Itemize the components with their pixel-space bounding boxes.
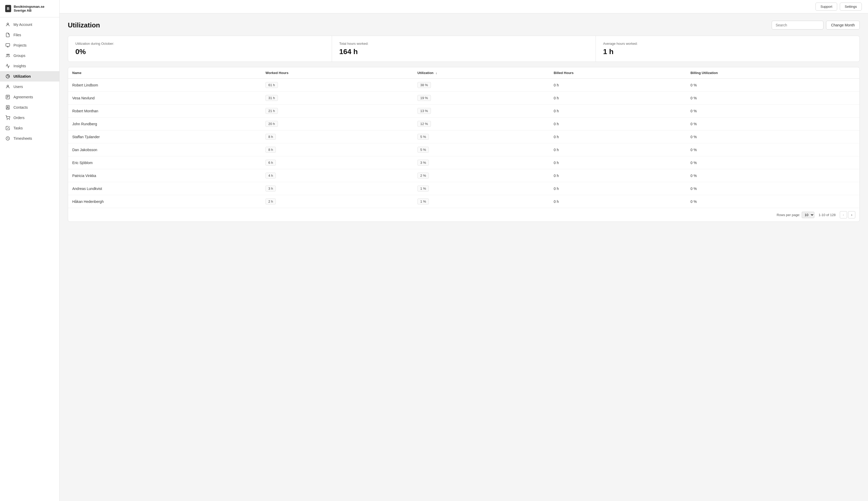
table-header-row: NameWorked HoursUtilization ↓Billed Hour… bbox=[68, 67, 859, 79]
sidebar-item-timesheets[interactable]: Timesheets bbox=[0, 133, 59, 143]
cell-billed-hours: 0 h bbox=[550, 130, 686, 143]
sort-icon: ↓ bbox=[436, 71, 437, 75]
svg-point-5 bbox=[7, 85, 9, 87]
change-month-button[interactable]: Change Month bbox=[826, 21, 860, 30]
cell-billed-hours: 0 h bbox=[550, 143, 686, 156]
sidebar-item-projects[interactable]: Projects bbox=[0, 40, 59, 51]
agreements-icon bbox=[5, 95, 10, 100]
cell-utilization: 1 % bbox=[413, 182, 550, 195]
utilization-badge: 1 % bbox=[417, 185, 429, 192]
page-navigation: ‹ › bbox=[840, 211, 855, 218]
sidebar-item-label: Orders bbox=[13, 116, 24, 120]
utilization-badge: 13 % bbox=[417, 108, 431, 114]
files-icon bbox=[5, 32, 10, 38]
stat-value: 0% bbox=[75, 47, 324, 56]
stat-label: Average hours worked: bbox=[603, 42, 852, 45]
table-row: Patricia Vinkka 4 h 2 % 0 h 0 % bbox=[68, 169, 859, 182]
table-row: Håkan Hedenbergh 2 h 1 % 0 h 0 % bbox=[68, 195, 859, 208]
cell-name: Robert Lindbom bbox=[68, 79, 261, 92]
svg-rect-1 bbox=[6, 43, 10, 46]
cell-billing-utilization: 0 % bbox=[686, 130, 859, 143]
sidebar-item-users[interactable]: Users bbox=[0, 82, 59, 92]
support-button[interactable]: Support bbox=[815, 3, 837, 11]
sidebar-item-utilization[interactable]: Utilization bbox=[0, 71, 59, 82]
worked-hours-badge: 4 h bbox=[265, 173, 276, 179]
cell-utilization: 38 % bbox=[413, 79, 550, 92]
table-row: Andreas Lundkvist 3 h 1 % 0 h 0 % bbox=[68, 182, 859, 195]
cell-name: John Rundberg bbox=[68, 117, 261, 130]
table-row: Vesa Nevlund 31 h 19 % 0 h 0 % bbox=[68, 92, 859, 105]
table-row: Staffan Tjulander 8 h 5 % 0 h 0 % bbox=[68, 130, 859, 143]
svg-point-13 bbox=[9, 119, 10, 120]
cell-utilization: 2 % bbox=[413, 169, 550, 182]
search-input[interactable] bbox=[772, 21, 824, 30]
worked-hours-badge: 8 h bbox=[265, 134, 276, 140]
cell-billing-utilization: 0 % bbox=[686, 143, 859, 156]
page-title: Utilization bbox=[68, 21, 100, 29]
col-header-billed_hours: Billed Hours bbox=[550, 67, 686, 79]
cell-name: Eric Sjöblom bbox=[68, 156, 261, 169]
col-header-billing_utilization: Billing Utilization bbox=[686, 67, 859, 79]
sidebar-item-label: Projects bbox=[13, 43, 27, 47]
contacts-icon bbox=[5, 105, 10, 110]
sidebar: B Besiktningsman.se Sverige AB My Accoun… bbox=[0, 0, 60, 501]
worked-hours-badge: 2 h bbox=[265, 199, 276, 204]
cell-billing-utilization: 0 % bbox=[686, 105, 859, 117]
sidebar-item-files[interactable]: Files bbox=[0, 30, 59, 40]
cell-billed-hours: 0 h bbox=[550, 105, 686, 117]
utilization-icon bbox=[5, 74, 10, 79]
table-row: John Rundberg 20 h 12 % 0 h 0 % bbox=[68, 117, 859, 130]
col-header-worked_hours: Worked Hours bbox=[261, 67, 413, 79]
prev-page-button[interactable]: ‹ bbox=[840, 211, 847, 218]
col-header-utilization[interactable]: Utilization ↓ bbox=[413, 67, 550, 79]
cell-worked-hours: 31 h bbox=[261, 92, 413, 105]
svg-point-2 bbox=[7, 54, 8, 55]
pagination: Rows per page: 10 25 50 1-10 of 128 ‹ › bbox=[68, 208, 859, 222]
sidebar-item-orders[interactable]: Orders bbox=[0, 113, 59, 123]
cell-billed-hours: 0 h bbox=[550, 156, 686, 169]
sidebar-item-groups[interactable]: Groups bbox=[0, 51, 59, 61]
svg-point-12 bbox=[7, 119, 8, 120]
groups-icon bbox=[5, 53, 10, 58]
cell-name: Andreas Lundkvist bbox=[68, 182, 261, 195]
col-header-name: Name bbox=[68, 67, 261, 79]
tasks-icon bbox=[5, 126, 10, 131]
cell-billing-utilization: 0 % bbox=[686, 79, 859, 92]
utilization-badge: 5 % bbox=[417, 134, 429, 140]
stats-row: Utilization during October: 0% Total hou… bbox=[68, 36, 860, 62]
sidebar-item-agreements[interactable]: Agreements bbox=[0, 92, 59, 102]
cell-billing-utilization: 0 % bbox=[686, 169, 859, 182]
sidebar-item-label: Contacts bbox=[13, 105, 28, 109]
cell-utilization: 13 % bbox=[413, 105, 550, 117]
cell-worked-hours: 2 h bbox=[261, 195, 413, 208]
stat-label: Total hours worked: bbox=[339, 42, 588, 45]
cell-billed-hours: 0 h bbox=[550, 117, 686, 130]
sidebar-item-label: Groups bbox=[13, 54, 25, 58]
users-icon bbox=[5, 84, 10, 89]
cell-name: Patricia Vinkka bbox=[68, 169, 261, 182]
sidebar-item-contacts[interactable]: Contacts bbox=[0, 102, 59, 113]
worked-hours-badge: 20 h bbox=[265, 121, 278, 127]
worked-hours-badge: 3 h bbox=[265, 185, 276, 192]
cell-billed-hours: 0 h bbox=[550, 195, 686, 208]
worked-hours-badge: 61 h bbox=[265, 82, 278, 88]
cell-worked-hours: 4 h bbox=[261, 169, 413, 182]
settings-button[interactable]: Settings bbox=[840, 3, 862, 11]
cell-worked-hours: 21 h bbox=[261, 105, 413, 117]
sidebar-item-insights[interactable]: Insights bbox=[0, 61, 59, 71]
sidebar-item-label: Timesheets bbox=[13, 136, 32, 140]
cell-billed-hours: 0 h bbox=[550, 92, 686, 105]
sidebar-item-my-account[interactable]: My Account bbox=[0, 19, 59, 30]
cell-name: Håkan Hedenbergh bbox=[68, 195, 261, 208]
cell-name: Staffan Tjulander bbox=[68, 130, 261, 143]
rows-per-page-select[interactable]: 10 25 50 bbox=[802, 212, 814, 218]
cell-worked-hours: 3 h bbox=[261, 182, 413, 195]
app-logo: B Besiktningsman.se Sverige AB bbox=[0, 0, 59, 17]
rows-per-page: Rows per page: 10 25 50 bbox=[777, 212, 814, 218]
sidebar-item-tasks[interactable]: Tasks bbox=[0, 123, 59, 133]
timesheets-icon bbox=[5, 136, 10, 141]
utilization-badge: 1 % bbox=[417, 199, 429, 204]
next-page-button[interactable]: › bbox=[848, 211, 855, 218]
sidebar-item-label: My Account bbox=[13, 22, 32, 26]
sidebar-nav: My Account Files Projects Groups Insight… bbox=[0, 17, 59, 146]
